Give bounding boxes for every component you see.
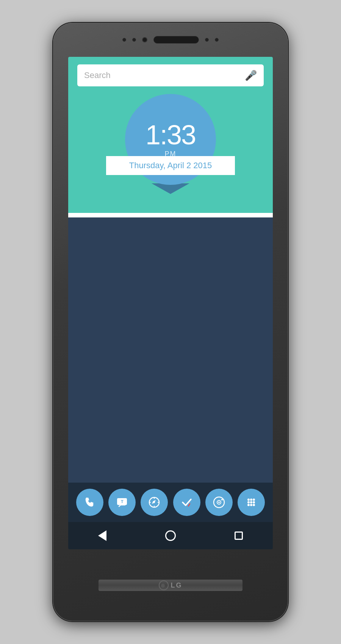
bottom-strip: ◎ LG (99, 580, 242, 591)
svg-point-11 (218, 502, 220, 503)
tasks-icon (180, 496, 194, 509)
earpiece (153, 36, 199, 44)
lg-brand-text: LG (171, 581, 183, 589)
sensor-dot-3 (205, 38, 209, 42)
date-text: Thursday, April 2 2015 (129, 161, 212, 170)
phone-screen: Search 🎤 1:33 PM Thursday, April 2 2015 (68, 57, 273, 549)
app-dock: T (68, 483, 273, 522)
dock-phone-button[interactable] (76, 489, 103, 516)
svg-point-18 (253, 501, 255, 503)
phone-device: Search 🎤 1:33 PM Thursday, April 2 2015 (53, 23, 288, 621)
white-divider (68, 213, 273, 217)
nav-back-button[interactable] (93, 526, 112, 545)
nav-home-button[interactable] (161, 526, 180, 545)
svg-text:T: T (121, 499, 124, 504)
sensor-dot-4 (215, 38, 219, 42)
phone-icon (83, 496, 97, 509)
search-placeholder: Search (84, 70, 241, 80)
triangle-right (170, 183, 189, 194)
home-icon (165, 530, 176, 541)
front-camera (142, 37, 147, 42)
dock-browser-button[interactable] (141, 489, 168, 516)
svg-point-21 (253, 504, 255, 506)
svg-point-16 (247, 501, 250, 503)
camera-icon (212, 496, 226, 509)
front-camera-area (122, 36, 219, 44)
lg-circle-logo: ◎ (159, 580, 169, 590)
svg-point-20 (250, 504, 252, 506)
nav-bar (68, 522, 273, 549)
sensor-dot-1 (122, 38, 126, 42)
search-bar[interactable]: Search 🎤 (77, 64, 264, 86)
dock-messages-button[interactable]: T (108, 489, 136, 516)
lg-logo: ◎ LG (159, 580, 183, 590)
svg-point-17 (250, 501, 252, 503)
recent-icon (235, 531, 243, 540)
screen-main (68, 217, 273, 483)
date-bar: Thursday, April 2 2015 (106, 156, 235, 175)
svg-point-13 (247, 499, 250, 501)
svg-point-19 (247, 504, 250, 506)
messages-icon: T (115, 496, 129, 509)
clock-widget: 1:33 PM (125, 94, 216, 194)
compass-icon (147, 496, 161, 509)
nav-recent-button[interactable] (229, 526, 248, 545)
phone-top-hardware (53, 23, 288, 57)
dock-apps-button[interactable] (238, 489, 265, 516)
apps-icon (244, 496, 258, 509)
phone-bottom-hardware: ◎ LG (53, 549, 288, 621)
sensor-dot-2 (132, 38, 136, 42)
svg-point-15 (253, 499, 255, 501)
clock-triangles (125, 183, 216, 194)
back-icon (98, 530, 106, 541)
triangle-left (152, 183, 170, 194)
microphone-icon[interactable]: 🎤 (245, 70, 257, 81)
svg-point-14 (250, 499, 252, 501)
dock-tasks-button[interactable] (173, 489, 200, 516)
dock-camera-button[interactable] (205, 489, 233, 516)
svg-line-8 (188, 504, 190, 506)
svg-point-12 (221, 499, 223, 500)
clock-time: 1:33 (145, 121, 196, 148)
